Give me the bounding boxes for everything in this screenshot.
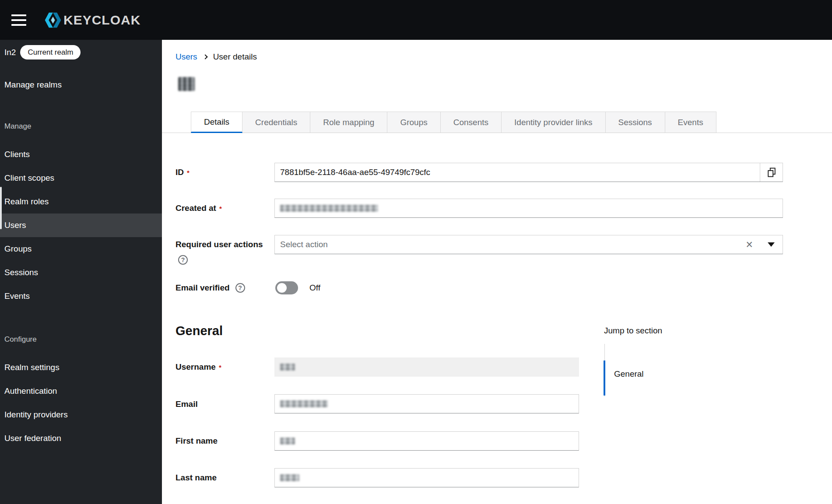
email-verified-state: Off bbox=[309, 283, 320, 293]
first-name-input[interactable] bbox=[274, 431, 579, 451]
tab-role-mapping[interactable]: Role mapping bbox=[310, 112, 387, 133]
breadcrumb-current: User details bbox=[213, 52, 257, 62]
sidebar-item-identity-providers[interactable]: Identity providers bbox=[0, 403, 162, 427]
email-verified-help-icon[interactable]: ? bbox=[235, 283, 245, 293]
first-name-value-redacted bbox=[280, 438, 295, 444]
realm-name: In2 bbox=[4, 48, 16, 57]
tab-details[interactable]: Details bbox=[191, 112, 242, 133]
id-field-group bbox=[274, 163, 783, 182]
current-realm-badge: Current realm bbox=[20, 45, 81, 60]
general-section-heading: General bbox=[176, 324, 223, 338]
tab-events[interactable]: Events bbox=[665, 112, 716, 133]
sidebar-item-users[interactable]: Users bbox=[0, 214, 162, 237]
tab-consents[interactable]: Consents bbox=[440, 112, 502, 133]
sidebar-item-user-federation[interactable]: User federation bbox=[0, 427, 162, 450]
sidebar-item-clients[interactable]: Clients bbox=[0, 143, 162, 166]
email-input[interactable] bbox=[274, 394, 579, 413]
toggle-knob bbox=[277, 283, 287, 293]
tab-credentials[interactable]: Credentials bbox=[242, 112, 310, 133]
sidebar-item-groups[interactable]: Groups bbox=[0, 237, 162, 261]
last-name-input[interactable] bbox=[274, 468, 579, 487]
breadcrumb-users-link[interactable]: Users bbox=[176, 52, 197, 62]
first-name-label: First name bbox=[176, 436, 218, 446]
masthead: KEYCLOAK bbox=[0, 0, 832, 40]
clear-selection-icon[interactable]: × bbox=[744, 239, 755, 251]
email-verified-toggle[interactable] bbox=[275, 281, 298, 294]
keycloak-brand-link[interactable]: KEYCLOAK bbox=[43, 10, 140, 30]
tab-identity-provider-links[interactable]: Identity provider links bbox=[501, 112, 605, 133]
jump-to-section-title: Jump to section bbox=[604, 326, 662, 336]
sidebar-item-sessions[interactable]: Sessions bbox=[0, 261, 162, 284]
created-at-label: Created at* bbox=[176, 203, 222, 214]
realm-row: In2 Current realm bbox=[4, 45, 81, 60]
brand-wordmark: KEYCLOAK bbox=[63, 13, 140, 28]
sidebar-item-client-scopes[interactable]: Client scopes bbox=[0, 166, 162, 190]
required-asterisk: * bbox=[187, 168, 190, 178]
select-placeholder: Select action bbox=[280, 240, 328, 249]
chevron-down-icon[interactable] bbox=[768, 242, 775, 247]
tab-groups[interactable]: Groups bbox=[387, 112, 440, 133]
username-title-redacted bbox=[178, 77, 195, 91]
jump-active-indicator bbox=[604, 360, 605, 396]
id-label: ID* bbox=[176, 168, 190, 178]
sidebar-scrollbar-thumb[interactable] bbox=[0, 187, 2, 229]
required-asterisk: * bbox=[219, 204, 222, 214]
email-verified-label: Email verified ? bbox=[176, 283, 245, 293]
username-input bbox=[274, 357, 579, 377]
nav-toggle-button[interactable] bbox=[11, 13, 29, 27]
sidebar-group-label-configure: Configure bbox=[0, 334, 162, 345]
breadcrumb: Users User details bbox=[176, 52, 257, 62]
sidebar-item-events[interactable]: Events bbox=[0, 284, 162, 308]
copy-icon bbox=[767, 167, 776, 178]
sidebar-nav: In2 Current realm Manage realms Manage C… bbox=[0, 40, 162, 504]
required-user-actions-help-icon[interactable]: ? bbox=[178, 255, 188, 265]
required-user-actions-label: Required user actions bbox=[176, 240, 263, 249]
created-at-input[interactable] bbox=[274, 199, 783, 218]
copy-id-button[interactable] bbox=[760, 163, 783, 182]
jump-item-general[interactable]: General bbox=[614, 369, 644, 379]
username-value-redacted bbox=[280, 364, 295, 371]
sidebar-item-realm-roles[interactable]: Realm roles bbox=[0, 190, 162, 214]
required-asterisk: * bbox=[219, 363, 221, 372]
email-value-redacted bbox=[280, 400, 328, 407]
tab-sessions[interactable]: Sessions bbox=[605, 112, 665, 133]
sidebar-item-authentication[interactable]: Authentication bbox=[0, 379, 162, 403]
id-input[interactable] bbox=[275, 163, 760, 182]
user-details-page: Users User details Details Credentials R… bbox=[162, 40, 832, 504]
keycloak-logo-icon bbox=[43, 10, 63, 30]
user-details-tabs: Details Credentials Role mapping Groups … bbox=[162, 112, 832, 133]
sidebar-group-label-manage: Manage bbox=[0, 121, 162, 132]
breadcrumb-chevron-icon bbox=[203, 54, 207, 59]
last-name-value-redacted bbox=[280, 474, 299, 481]
sidebar-item-manage-realms[interactable]: Manage realms bbox=[0, 77, 162, 93]
sidebar-group-manage: Clients Client scopes Realm roles Users … bbox=[0, 143, 162, 308]
last-name-label: Last name bbox=[176, 473, 217, 483]
sidebar-item-realm-settings[interactable]: Realm settings bbox=[0, 356, 162, 379]
email-label: Email bbox=[176, 399, 198, 409]
created-at-value-redacted bbox=[280, 205, 378, 212]
sidebar-group-configure: Realm settings Authentication Identity p… bbox=[0, 356, 162, 450]
required-user-actions-select[interactable]: Select action × bbox=[274, 235, 783, 254]
username-label: Username* bbox=[176, 362, 221, 372]
